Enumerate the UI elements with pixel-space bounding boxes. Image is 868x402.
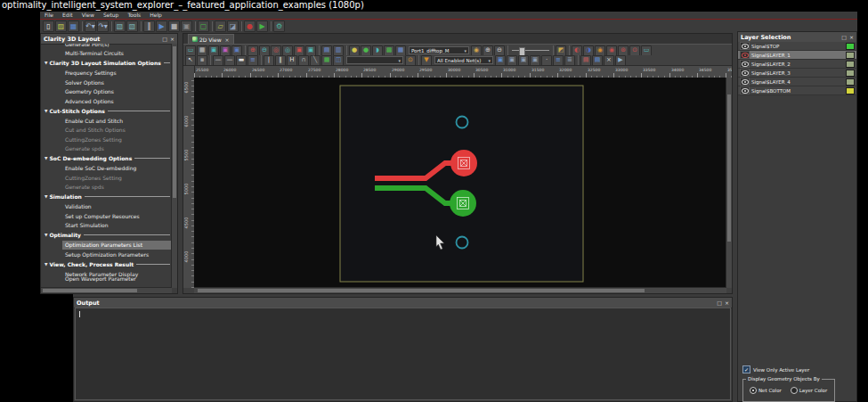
report-icon[interactable]: ▧ xyxy=(126,21,138,32)
scrollbar-thumb[interactable] xyxy=(43,289,137,292)
tree-section[interactable]: ▼SoC De-embedding Options xyxy=(41,153,172,164)
layer-color-swatch[interactable] xyxy=(846,70,855,77)
tree-item[interactable]: Advanced Options xyxy=(41,96,172,106)
align-blue-icon[interactable]: ▤ xyxy=(592,55,603,66)
visibility-toggle[interactable] xyxy=(740,51,750,59)
tree-item[interactable]: Multi-Terminal Circuits xyxy=(41,49,172,59)
paint-green-icon[interactable]: ● xyxy=(361,45,371,56)
search-icon[interactable]: ⊙ xyxy=(405,55,416,66)
menu-edit[interactable]: Edit xyxy=(58,12,77,19)
layer-color-swatch[interactable] xyxy=(846,87,855,94)
zoom-out-icon[interactable]: ⊖ xyxy=(494,45,505,56)
record-icon[interactable]: ▣ xyxy=(181,21,192,32)
settings-gear-icon[interactable]: ⚙ xyxy=(273,21,285,32)
tree-item[interactable]: Enable Cut and Stitch xyxy=(41,116,172,126)
record-dot-icon[interactable]: ● xyxy=(244,21,256,32)
scrollbar-thumb[interactable] xyxy=(173,46,176,198)
net-table-icon[interactable]: ▥ xyxy=(333,45,344,56)
select-region-icon[interactable]: ▭ xyxy=(185,45,196,56)
check-design-icon[interactable]: ▧ xyxy=(114,21,126,32)
marker-red3-icon[interactable]: ⊙ xyxy=(629,45,640,56)
tree-item[interactable]: Frequency Settings xyxy=(41,69,172,78)
paint-yellow-icon[interactable]: ● xyxy=(349,45,360,56)
scrollbar-thumb[interactable] xyxy=(198,289,645,292)
marker-blue-red-icon[interactable]: ◑ xyxy=(583,45,594,56)
run-icon[interactable]: ▶ xyxy=(256,21,268,32)
tree-item[interactable]: Geometry Options xyxy=(41,87,172,97)
layer-color-swatch[interactable] xyxy=(846,43,855,50)
grid-green-icon[interactable]: ▦ xyxy=(321,55,332,66)
layer-row[interactable]: Signal$LAYER_3 xyxy=(738,69,856,78)
shape-blue-icon[interactable]: ▣ xyxy=(231,45,242,56)
tree-item[interactable]: Cut and Stitch Options xyxy=(41,126,172,135)
save-icon[interactable]: ▦ xyxy=(68,21,79,32)
tree-section[interactable]: ▼View, Check, Process Result xyxy=(41,259,172,270)
ruler-vertical-icon[interactable]: | xyxy=(264,55,274,66)
close-panel-button[interactable]: × xyxy=(170,36,174,42)
layer-color-swatch[interactable] xyxy=(846,52,855,59)
stop-icon[interactable]: ■ xyxy=(168,21,180,32)
color-wheel-icon[interactable]: ◉ xyxy=(471,45,482,56)
tree-section[interactable]: ▼Simulation xyxy=(41,192,172,202)
tiny-dot-icon[interactable]: · xyxy=(541,55,552,66)
canvas-vertical-scrollbar[interactable] xyxy=(726,78,732,288)
tree-item[interactable]: Set up Computer Resources xyxy=(41,211,172,221)
line-style-icon[interactable]: ≡ xyxy=(247,55,258,66)
layer-row[interactable]: Signal$LAYER_2 xyxy=(738,60,856,69)
close-tab-icon[interactable]: × xyxy=(225,37,230,43)
menu-tools[interactable]: Tools xyxy=(123,12,145,19)
net-color-option[interactable]: Net Color xyxy=(750,387,782,394)
play-icon[interactable]: ▶ xyxy=(156,21,167,32)
binoculars-icon[interactable]: ◫ xyxy=(333,55,344,66)
layer-row[interactable]: Signal$TOP xyxy=(738,42,856,51)
marker-orange-icon[interactable]: ◉ xyxy=(595,45,605,56)
visibility-toggle[interactable] xyxy=(740,60,750,68)
palette-icon[interactable]: ◩ xyxy=(556,45,566,56)
output-console[interactable] xyxy=(75,308,731,400)
float-panel-button[interactable]: □ xyxy=(162,36,167,42)
line-width-thick-icon[interactable]: ▬ xyxy=(236,55,247,66)
net-color-radio[interactable] xyxy=(750,387,757,394)
tree-item[interactable]: Optimization Parameters List xyxy=(41,241,172,250)
visibility-toggle[interactable] xyxy=(740,78,750,86)
remove-port-icon[interactable]: ⊖ xyxy=(259,45,270,56)
layer-chip-blue-icon[interactable]: ▣ xyxy=(495,55,506,66)
zoom-in-icon[interactable]: ⊕ xyxy=(483,45,493,56)
pin-red-icon[interactable]: ▣ xyxy=(294,45,304,56)
tree-item[interactable]: Open Waveport Parameter xyxy=(41,275,172,284)
tree-vertical-scrollbar[interactable] xyxy=(171,44,177,288)
layer-chip2-icon[interactable]: ▣ xyxy=(507,55,517,66)
list-view-icon[interactable]: ≡ xyxy=(553,55,564,66)
tree-item[interactable]: Validation xyxy=(41,202,172,212)
layer-chip3-icon[interactable]: ▣ xyxy=(518,55,529,66)
tree-item[interactable]: CuttingZones Setting xyxy=(41,173,172,183)
visibility-toggle[interactable] xyxy=(740,69,750,77)
tree-item[interactable]: Setup Optimization Parameters xyxy=(41,250,172,259)
monitor-icon[interactable]: ▢ xyxy=(198,21,209,32)
select-box-icon[interactable]: ▭ xyxy=(641,45,652,56)
tree-item[interactable]: Generate spds xyxy=(41,183,172,193)
move-arrow-icon[interactable]: ▶ xyxy=(615,55,626,66)
port-red-icon[interactable]: ◎ xyxy=(271,45,281,56)
tree-item[interactable]: Enable SoC De-embedding xyxy=(41,164,172,174)
pad-green[interactable] xyxy=(450,190,476,217)
list-dense-icon[interactable]: ≣ xyxy=(564,55,575,66)
undo-icon[interactable]: ↶▾ xyxy=(85,21,96,32)
display-opacity-slider[interactable] xyxy=(512,46,549,55)
marker-red2-icon[interactable]: ⊛ xyxy=(618,45,629,56)
tree-section[interactable]: ▼Cut-Stitch Options xyxy=(41,106,172,117)
diagonal-line-icon[interactable]: ╲ xyxy=(310,55,320,66)
tab-2d-view[interactable]: 2D View × xyxy=(188,34,234,44)
tree-horizontal-scrollbar[interactable] xyxy=(41,287,172,293)
padstack-icon[interactable]: H xyxy=(287,55,297,66)
small-dot-icon[interactable]: ▪ xyxy=(197,55,207,66)
new-file-icon[interactable]: ▯ xyxy=(43,21,54,32)
snapshot-icon[interactable]: ▦ xyxy=(197,45,207,56)
add-port-icon[interactable]: ⊕ xyxy=(247,45,258,56)
tree-item[interactable]: Generate spds xyxy=(41,144,172,154)
menu-help[interactable]: Help xyxy=(145,12,166,19)
paint-teal-icon[interactable]: ◗ xyxy=(372,45,383,56)
close-panel-button[interactable]: × xyxy=(725,299,729,306)
menu-file[interactable]: File xyxy=(40,12,58,19)
pause-icon[interactable]: ‖ xyxy=(143,21,155,32)
